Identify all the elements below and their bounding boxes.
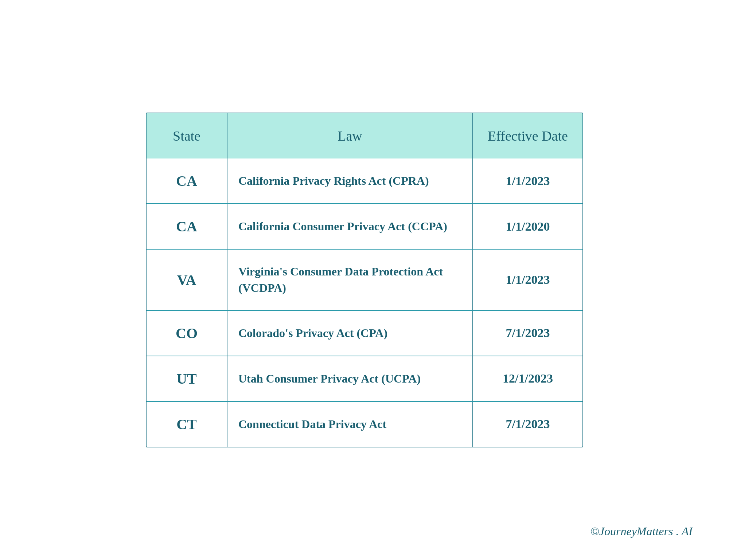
- law-cell: California Consumer Privacy Act (CCPA): [227, 204, 473, 249]
- state-cell: VA: [147, 250, 227, 310]
- law-cell: Utah Consumer Privacy Act (UCPA): [227, 356, 473, 401]
- state-cell: CA: [147, 158, 227, 203]
- date-cell: 12/1/2023: [473, 356, 582, 401]
- law-cell: Virginia's Consumer Data Protection Act …: [227, 250, 473, 310]
- date-column-header: Effective Date: [473, 113, 582, 158]
- table-body: CA California Privacy Rights Act (CPRA) …: [147, 158, 582, 447]
- table-row: CA California Privacy Rights Act (CPRA) …: [147, 158, 582, 204]
- table-row: UT Utah Consumer Privacy Act (UCPA) 12/1…: [147, 356, 582, 402]
- law-cell: California Privacy Rights Act (CPRA): [227, 158, 473, 203]
- state-cell: UT: [147, 356, 227, 401]
- state-cell: CO: [147, 311, 227, 356]
- copyright-notice: ©JourneyMatters . AI: [590, 525, 693, 538]
- date-cell: 1/1/2023: [473, 250, 582, 310]
- state-column-header: State: [147, 113, 227, 158]
- date-cell: 7/1/2023: [473, 311, 582, 356]
- table-row: VA Virginia's Consumer Data Protection A…: [147, 250, 582, 311]
- table-row: CO Colorado's Privacy Act (CPA) 7/1/2023: [147, 311, 582, 356]
- date-cell: 1/1/2020: [473, 204, 582, 249]
- law-column-header: Law: [227, 113, 473, 158]
- state-cell: CA: [147, 204, 227, 249]
- law-cell: Colorado's Privacy Act (CPA): [227, 311, 473, 356]
- law-cell: Connecticut Data Privacy Act: [227, 402, 473, 447]
- table-header: State Law Effective Date: [147, 113, 582, 158]
- state-cell: CT: [147, 402, 227, 447]
- table-row: CT Connecticut Data Privacy Act 7/1/2023: [147, 402, 582, 447]
- date-cell: 1/1/2023: [473, 158, 582, 203]
- table-row: CA California Consumer Privacy Act (CCPA…: [147, 204, 582, 250]
- privacy-laws-table: State Law Effective Date CA California P…: [146, 113, 583, 447]
- date-cell: 7/1/2023: [473, 402, 582, 447]
